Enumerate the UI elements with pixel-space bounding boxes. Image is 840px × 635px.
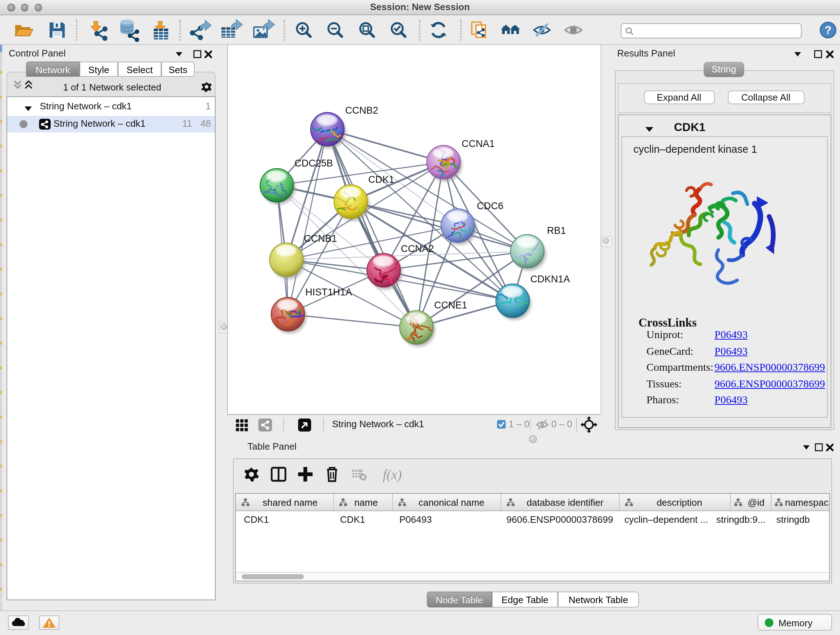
svg-text:shared name: shared name xyxy=(262,497,317,508)
svg-text:CCNA1: CCNA1 xyxy=(462,138,495,149)
svg-text:cyclin–dependent ...: cyclin–dependent ... xyxy=(624,514,707,525)
svg-text:name: name xyxy=(354,497,377,508)
svg-text:CCNB1: CCNB1 xyxy=(304,233,337,244)
svg-text:canonical name: canonical name xyxy=(418,497,484,508)
svg-text:P06493: P06493 xyxy=(399,514,431,525)
svg-text:CDK1: CDK1 xyxy=(243,514,268,525)
svg-text:f(x): f(x) xyxy=(382,467,401,483)
svg-text:namespac: namespac xyxy=(785,497,828,508)
svg-text:CDK1: CDK1 xyxy=(368,174,394,185)
svg-text:CCNB2: CCNB2 xyxy=(345,105,378,116)
svg-text:stringdb:9...: stringdb:9... xyxy=(716,514,765,525)
svg-text:9606.ENSP00000378699: 9606.ENSP00000378699 xyxy=(506,514,613,525)
svg-text:stringdb: stringdb xyxy=(776,514,810,525)
svg-text:CDK1: CDK1 xyxy=(340,514,365,525)
svg-text:@id: @id xyxy=(747,497,764,508)
svg-text:CDC6: CDC6 xyxy=(477,201,504,211)
svg-text:RB1: RB1 xyxy=(547,225,566,236)
svg-text:HIST1H1A: HIST1H1A xyxy=(305,287,352,298)
svg-text:CCNA2: CCNA2 xyxy=(401,243,434,254)
svg-text:CCNE1: CCNE1 xyxy=(434,300,467,310)
svg-text:database identifier: database identifier xyxy=(526,497,603,508)
svg-text:CDKN1A: CDKN1A xyxy=(531,274,570,285)
svg-text:?: ? xyxy=(825,24,832,36)
svg-text:description: description xyxy=(656,497,702,508)
svg-text:CDC25B: CDC25B xyxy=(294,158,333,169)
